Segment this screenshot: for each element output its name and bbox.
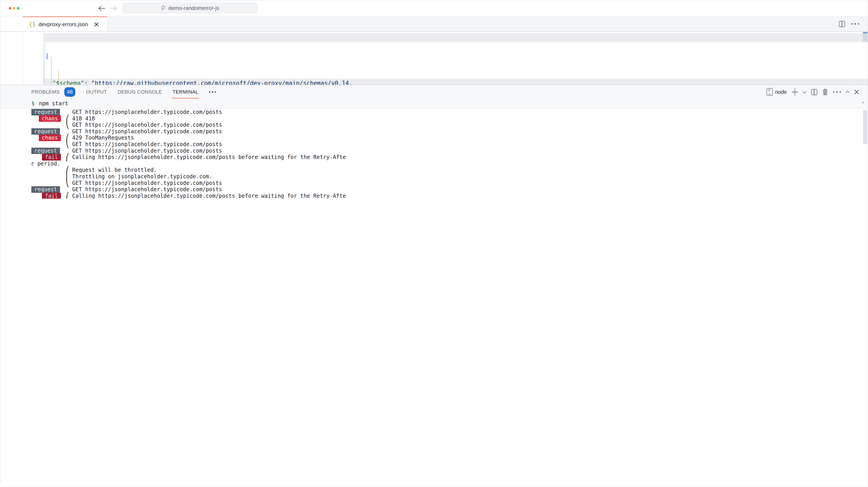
terminal-log-row: chaos⎛429 TooManyRequests xyxy=(0,135,353,141)
terminal-sticky-command: $ npm start xyxy=(0,99,353,108)
message-bracket: ⎛ xyxy=(61,154,72,161)
message-bracket: ⎛ xyxy=(61,193,72,198)
fail-badge: fail xyxy=(42,154,61,161)
zoom-window-icon[interactable] xyxy=(17,7,20,9)
search-icon xyxy=(161,5,166,11)
panel-tab-bar: PROBLEMS 46 OUTPUT DEBUG CONSOLE TERMINA… xyxy=(0,85,353,99)
back-arrow-icon[interactable] xyxy=(97,5,106,11)
tab-debug-console[interactable]: DEBUG CONSOLE xyxy=(118,85,162,99)
code-content: { "$schema": "https://raw.githubusercont… xyxy=(43,33,353,85)
prompt-symbol: $ xyxy=(31,100,34,107)
editor-tab-strip: {} devproxy-errors.json xyxy=(0,17,353,32)
app-window: demo-randomerror-js {} devproxy-errors.j… xyxy=(0,0,353,198)
search-value: demo-randomerror-js xyxy=(168,5,219,11)
tab-devproxy-errors-json[interactable]: {} devproxy-errors.json xyxy=(23,17,107,31)
terminal-log-row: requestGET https://jsonplaceholder.typic… xyxy=(0,109,353,116)
terminal-log-row: requestGET https://jsonplaceholder.typic… xyxy=(0,148,353,154)
panel-more-tabs-icon[interactable] xyxy=(209,91,216,93)
message-bracket: ⎝ xyxy=(61,180,72,187)
schema-url-link[interactable]: "https://raw.githubusercontent.com/micro… xyxy=(91,80,352,85)
code-line: "$schema": "https://raw.githubuserconten… xyxy=(43,79,353,85)
terminal-log-row: chaos⎛418 418 xyxy=(0,116,353,122)
close-window-icon[interactable] xyxy=(9,7,11,9)
request-badge: request xyxy=(31,109,60,116)
chaos-badge: chaos xyxy=(39,116,61,122)
terminal-log-row: fail⎛Calling https://jsonplaceholder.typ… xyxy=(0,193,353,198)
terminal-log-row: fail⎛Calling https://jsonplaceholder.typ… xyxy=(0,154,353,161)
chaos-badge: chaos xyxy=(39,135,61,141)
terminal-log-row: ⎝GET https://jsonplaceholder.typicode.co… xyxy=(0,180,353,187)
bottom-panel: PROBLEMS 46 OUTPUT DEBUG CONSOLE TERMINA… xyxy=(0,85,353,198)
json-file-icon: {} xyxy=(29,21,36,28)
request-badge: request xyxy=(31,128,60,135)
terminal-log-row: ⎝GET https://jsonplaceholder.typicode.co… xyxy=(0,141,353,148)
close-tab-icon[interactable] xyxy=(94,22,98,27)
title-bar: demo-randomerror-js xyxy=(0,0,353,16)
request-badge: request xyxy=(31,148,60,154)
minimize-window-icon[interactable] xyxy=(13,7,16,9)
code-editor[interactable]: { "$schema": "https://raw.githubusercont… xyxy=(0,32,353,85)
search-input[interactable]: demo-randomerror-js xyxy=(123,3,257,13)
problems-count-badge: 46 xyxy=(64,87,75,97)
tab-output[interactable]: OUTPUT xyxy=(86,85,107,99)
terminal-output[interactable]: requestGET https://jsonplaceholder.typic… xyxy=(0,109,353,198)
terminal-log-row: ⎝GET https://jsonplaceholder.typicode.co… xyxy=(0,122,353,128)
tab-problems[interactable]: PROBLEMS 46 xyxy=(31,85,75,99)
code-line: { xyxy=(43,52,353,60)
fail-badge: fail xyxy=(42,193,61,198)
message-bracket: ⎝ xyxy=(61,141,72,148)
terminal-log-row: requestGET https://jsonplaceholder.typic… xyxy=(0,186,353,193)
terminal-log-row: ⎜Throttling on jsonplaceholder.typicode.… xyxy=(0,173,353,180)
tab-terminal[interactable]: TERMINAL xyxy=(173,85,198,99)
traffic-lights xyxy=(9,7,20,9)
tab-label: devproxy-errors.json xyxy=(38,21,88,28)
command-text: npm start xyxy=(39,100,68,107)
terminal-log-row: requestGET https://jsonplaceholder.typic… xyxy=(0,128,353,135)
terminal-log-row: ⎛Request will be throttled. xyxy=(0,167,353,173)
request-badge: request xyxy=(31,186,60,193)
message-bracket: ⎝ xyxy=(61,122,72,128)
terminal-log-row: r period. xyxy=(0,161,353,167)
forward-arrow-icon[interactable] xyxy=(109,5,118,11)
